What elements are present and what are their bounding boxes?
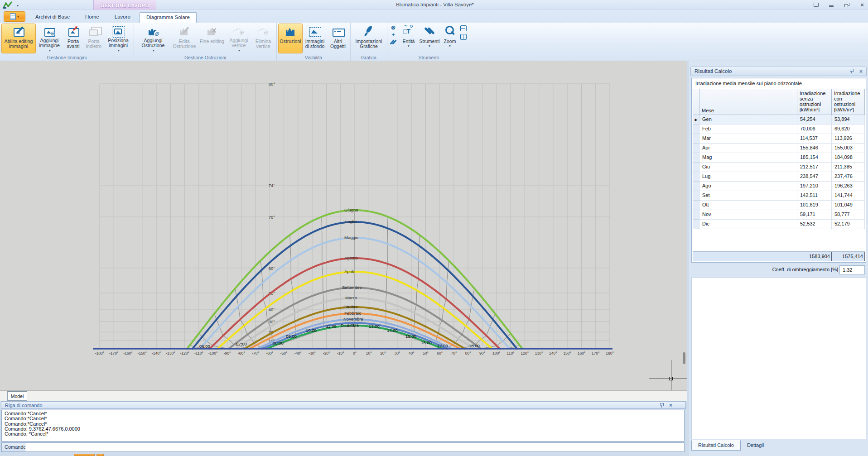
- cell-senza: 114,537: [797, 134, 832, 144]
- elimina-vertice-button[interactable]: Elimina vertice: [251, 24, 275, 53]
- table-row-apr[interactable]: Apr155,846155,003: [693, 144, 865, 153]
- porta-indietro-button[interactable]: Porta indietro: [83, 24, 104, 53]
- altitude-tick-label: 74°: [269, 183, 275, 188]
- table-row-set[interactable]: Set142,511141,744: [693, 191, 865, 201]
- tab-risultati-calcolo[interactable]: Risultati Calcolo: [691, 440, 741, 451]
- zoom-lens-icon: [443, 25, 457, 38]
- move-icon[interactable]: +: [389, 32, 398, 38]
- deselect-icon[interactable]: ⊗: [389, 24, 398, 31]
- command-input[interactable]: [25, 443, 684, 451]
- abilita-editing-immagini-button[interactable]: Abilita editing immagini: [1, 24, 36, 53]
- row-selector[interactable]: [693, 144, 699, 153]
- button-label: Impostazioni Grafiche: [353, 39, 385, 49]
- aggiungi-immagine-button[interactable]: Aggiungi immagine▾: [36, 24, 63, 53]
- altitude-tick-label: 70°: [269, 215, 275, 220]
- cell-mese: Feb: [699, 125, 797, 134]
- cell-mese: Gen: [699, 115, 797, 125]
- command-panel-header: Riga di comando ×: [1, 401, 686, 409]
- button-label: Porta avanti: [64, 39, 82, 49]
- chevron-down-icon: ▾: [238, 48, 240, 53]
- vertex-delete-icon: [256, 25, 270, 38]
- table-row-lug[interactable]: Lug238,547237,476: [693, 172, 865, 182]
- altitude-tick-label: 60°: [269, 266, 275, 271]
- image-add-icon: [43, 25, 56, 38]
- image-position-icon: [111, 25, 125, 38]
- azimuth-tick-label: -180°: [95, 351, 104, 355]
- drawing-canvas[interactable]: 80°74°70°60°50°40°30°20°10°-180°-170°-16…: [0, 61, 687, 390]
- tab-model[interactable]: Model: [7, 391, 27, 401]
- table-row-ott[interactable]: Ott101,619101,049: [693, 201, 865, 210]
- table-row-ago[interactable]: Ago197,210196,263: [693, 182, 865, 191]
- hatch-icon[interactable]: [389, 39, 398, 46]
- posiziona-immagini-button[interactable]: Posiziona immagini▾: [104, 24, 132, 53]
- row-selector[interactable]: [693, 153, 699, 163]
- aggiungi-vertice-button[interactable]: Aggiungi vertice▾: [226, 24, 251, 53]
- tab-home[interactable]: Home: [79, 12, 106, 23]
- cut-off-button[interactable]: [74, 454, 95, 456]
- immagini-di-sfondo-button[interactable]: Immagini di sfondo: [303, 24, 327, 53]
- impostazioni-grafiche-button[interactable]: Impostazioni Grafiche: [352, 24, 386, 53]
- tab-lavoro[interactable]: Lavoro: [108, 12, 137, 23]
- total-senza: 1583,904: [797, 252, 832, 261]
- row-selector[interactable]: [693, 201, 699, 210]
- azimuth-tick-label: 120°: [521, 351, 529, 355]
- aggiungi-ostruzione-button[interactable]: Aggiungi Ostruzione▾: [135, 24, 171, 53]
- row-selector[interactable]: [693, 191, 699, 201]
- table-row-feb[interactable]: Feb70,00669,620: [693, 125, 865, 134]
- ribbon-group-title: Gestione Immagini: [0, 55, 134, 60]
- table-row-gen[interactable]: ▶Gen54,25453,894: [693, 115, 865, 125]
- table-row-dic[interactable]: Dic52,53252,179: [693, 220, 865, 229]
- command-history-line: Comando:*Cancel*: [5, 422, 681, 427]
- zoom-button[interactable]: Zoom▾: [441, 24, 458, 53]
- pin-icon[interactable]: [849, 68, 854, 74]
- row-selector[interactable]: [693, 182, 699, 191]
- row-selector[interactable]: ▶: [693, 115, 699, 125]
- command-history[interactable]: Comando:*Cancel*Comando:*Cancel*Comando:…: [1, 410, 685, 442]
- cell-con: 113,926: [832, 134, 865, 144]
- tab-dettagli[interactable]: Dettagli: [741, 441, 770, 451]
- porta-avanti-button[interactable]: Porta avanti: [63, 24, 83, 53]
- table-row-nov[interactable]: Nov59,17158,777: [693, 210, 865, 220]
- tab-archivi-di-base[interactable]: Archivi di Base: [29, 12, 76, 23]
- split-horizontal-icon[interactable]: [460, 25, 467, 31]
- row-selector[interactable]: [693, 220, 699, 229]
- entit--button[interactable]: Entità▾: [400, 24, 418, 53]
- fine-editing-button[interactable]: Fine editing: [198, 24, 226, 53]
- vertical-scrollbar-thumb[interactable]: [683, 352, 685, 364]
- split-vertical-icon[interactable]: [460, 34, 467, 40]
- hour-label-1000: 10:00: [306, 328, 317, 333]
- row-selector[interactable]: [693, 210, 699, 220]
- app-logo-icon[interactable]: [3, 1, 13, 9]
- close-icon[interactable]: ×: [669, 403, 675, 408]
- month-label-giugno: Giugno: [344, 207, 358, 212]
- table-row-giu[interactable]: Giu212,517211,385: [693, 163, 865, 172]
- window-controls: ×: [811, 1, 868, 10]
- cell-senza: 52,532: [797, 220, 832, 229]
- altri-oggetti-button[interactable]: Altri Oggetti: [327, 24, 349, 53]
- ostruzioni-button[interactable]: Ostruzioni: [278, 24, 303, 53]
- tab-diagramma-solare[interactable]: Diagramma Solare: [140, 12, 197, 23]
- split-view-icons: [458, 24, 468, 40]
- minimize-icon[interactable]: [826, 1, 836, 8]
- pin-icon[interactable]: [658, 403, 665, 408]
- fit-window-icon[interactable]: [811, 1, 821, 8]
- application-menu-button[interactable]: ▾: [4, 11, 25, 22]
- crosshair-cursor: [649, 379, 687, 379]
- row-selector[interactable]: [693, 125, 699, 134]
- month-label-marzo: Marzo: [345, 295, 357, 300]
- table-row-mar[interactable]: Mar114,537113,926: [693, 134, 865, 144]
- close-icon[interactable]: ×: [859, 68, 863, 75]
- cut-off-button[interactable]: [96, 454, 104, 456]
- obstruction-finish-icon: [205, 25, 219, 38]
- row-selector[interactable]: [693, 134, 699, 144]
- close-icon[interactable]: ×: [857, 1, 867, 8]
- restore-icon[interactable]: [842, 1, 852, 8]
- strumenti-button[interactable]: Strumenti▾: [418, 24, 441, 53]
- table-row-mag[interactable]: Mag185,154184,098: [693, 153, 865, 163]
- row-selector[interactable]: [693, 163, 699, 172]
- cell-con: 69,620: [832, 125, 865, 134]
- edita-ostruzione-button[interactable]: Edita Ostruzione: [171, 24, 198, 53]
- cell-con: 141,744: [832, 191, 865, 201]
- quick-access-arrow-icon[interactable]: ▾: [15, 3, 20, 8]
- row-selector[interactable]: [693, 172, 699, 182]
